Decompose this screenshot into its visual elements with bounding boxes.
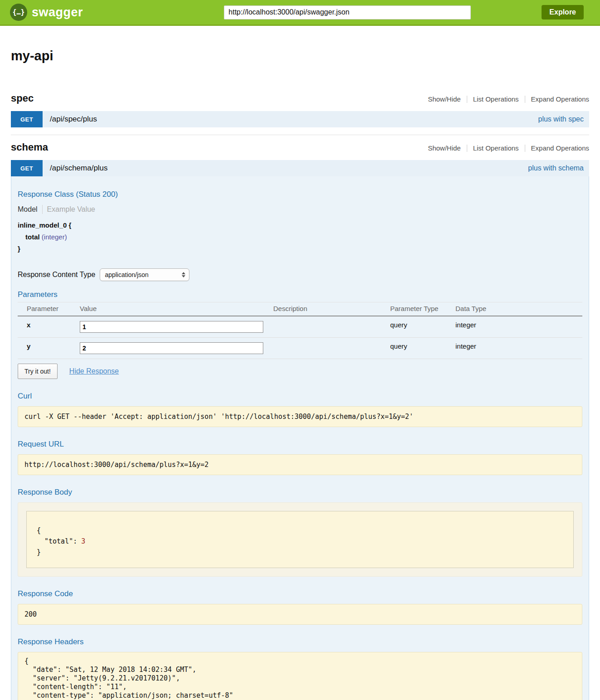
endpoint-summary-link[interactable]: plus with schema — [528, 164, 584, 172]
model-close-brace: } — [18, 245, 20, 253]
spec-section-header: spec Show/Hide List Operations Expand Op… — [11, 92, 589, 104]
schema-section-controls: Show/Hide List Operations Expand Operati… — [428, 144, 589, 152]
endpoint-row-schema: GET /api/schema/plus plus with schema — [11, 160, 589, 176]
operation-expanded-content: Response Class (Status 200) Model Exampl… — [11, 176, 589, 700]
json-open-brace: { — [37, 525, 563, 536]
column-header-parameter-type: Parameter Type — [390, 302, 455, 316]
swagger-logo-icon: {…} — [10, 4, 27, 21]
tab-example-value[interactable]: Example Value — [47, 205, 95, 214]
param-value-input-y[interactable] — [80, 342, 263, 354]
explore-button[interactable]: Explore — [542, 5, 584, 19]
response-headers-heading: Response Headers — [18, 637, 582, 647]
get-method-badge[interactable]: GET — [11, 111, 43, 127]
model-tabs: Model Example Value — [18, 205, 582, 214]
response-content-type-row: Response Content Type application/json — [18, 268, 582, 281]
brand-name: swagger — [32, 5, 83, 19]
param-description — [273, 338, 390, 359]
request-url-value: http://localhost:3000/api/schema/plus?x=… — [18, 454, 582, 475]
response-body-heading: Response Body — [18, 488, 582, 497]
response-class-heading: Response Class (Status 200) — [18, 190, 582, 199]
section-divider — [11, 135, 589, 135]
logo-glyph: {…} — [12, 8, 24, 16]
json-number-value: 3 — [81, 537, 85, 545]
separator — [525, 96, 525, 103]
parameters-heading: Parameters — [18, 290, 582, 299]
show-hide-link[interactable]: Show/Hide — [428, 95, 461, 103]
column-header-value: Value — [80, 302, 273, 316]
json-close-brace: } — [37, 547, 563, 558]
show-hide-link[interactable]: Show/Hide — [428, 144, 461, 152]
response-content-type-label: Response Content Type — [18, 271, 95, 279]
list-operations-link[interactable]: List Operations — [473, 144, 519, 152]
api-title: my-api — [11, 49, 589, 63]
column-header-description: Description — [273, 302, 390, 316]
endpoint-summary-link[interactable]: plus with spec — [538, 115, 584, 123]
schema-section-header: schema Show/Hide List Operations Expand … — [11, 141, 589, 153]
list-operations-link[interactable]: List Operations — [473, 95, 519, 103]
select-arrows-icon — [182, 272, 185, 277]
spec-section-controls: Show/Hide List Operations Expand Operati… — [428, 95, 589, 103]
param-type: query — [390, 316, 455, 338]
param-description — [273, 316, 390, 338]
top-header: {…} swagger Explore — [0, 0, 600, 26]
param-data-type: integer — [455, 316, 582, 338]
param-name: y — [18, 338, 80, 359]
endpoint-path[interactable]: /api/schema/plus — [50, 164, 108, 173]
request-url-heading: Request URL — [18, 440, 582, 449]
selected-content-type: application/json — [105, 271, 175, 278]
json-colon: : — [73, 537, 81, 545]
try-it-out-button[interactable]: Try it out! — [18, 364, 58, 379]
column-header-parameter: Parameter — [18, 302, 80, 316]
response-code-heading: Response Code — [18, 589, 582, 598]
param-row-y: y query integer — [18, 338, 582, 359]
endpoint-path[interactable]: /api/spec/plus — [50, 115, 97, 124]
separator — [467, 96, 467, 103]
get-method-badge[interactable]: GET — [11, 160, 43, 176]
model-name: inline_model_0 { — [18, 221, 71, 229]
curl-heading: Curl — [18, 392, 582, 401]
param-data-type: integer — [455, 338, 582, 359]
swagger-brand-link[interactable]: {…} swagger — [10, 4, 83, 21]
curl-command: curl -X GET --header 'Accept: applicatio… — [18, 406, 582, 427]
column-header-data-type: Data Type — [455, 302, 582, 316]
model-signature: inline_model_0 { total (integer) } — [18, 219, 582, 255]
hide-response-link[interactable]: Hide Response — [69, 367, 119, 375]
separator — [42, 205, 43, 214]
response-headers-json: { "date": "Sat, 12 May 2018 14:02:34 GMT… — [18, 652, 582, 700]
endpoint-row-spec: GET /api/spec/plus plus with spec — [11, 111, 589, 127]
schema-section-title[interactable]: schema — [11, 141, 48, 153]
parameters-table: Parameter Value Description Parameter Ty… — [18, 302, 582, 359]
actions-row: Try it out! Hide Response — [18, 364, 582, 379]
param-row-x: x query integer — [18, 316, 582, 338]
spec-section-title[interactable]: spec — [11, 92, 34, 104]
model-property-type: (integer) — [42, 233, 67, 241]
model-property-name: total — [25, 233, 40, 241]
param-value-input-x[interactable] — [80, 321, 263, 333]
separator — [525, 145, 525, 152]
api-url-input[interactable] — [224, 5, 471, 19]
json-key: "total" — [44, 537, 73, 545]
json-total-line: "total": 3 — [37, 536, 563, 547]
response-code-value: 200 — [18, 604, 582, 625]
response-body-json: { "total": 3 } — [26, 511, 574, 568]
param-name: x — [18, 316, 80, 338]
main-content: my-api spec Show/Hide List Operations Ex… — [0, 49, 600, 700]
expand-operations-link[interactable]: Expand Operations — [531, 144, 589, 152]
response-body-container: { "total": 3 } — [18, 502, 582, 577]
param-type: query — [390, 338, 455, 359]
expand-operations-link[interactable]: Expand Operations — [531, 95, 589, 103]
separator — [467, 145, 467, 152]
parameters-header-row: Parameter Value Description Parameter Ty… — [18, 302, 582, 316]
tab-model[interactable]: Model — [18, 205, 38, 214]
response-content-type-select[interactable]: application/json — [100, 268, 189, 281]
